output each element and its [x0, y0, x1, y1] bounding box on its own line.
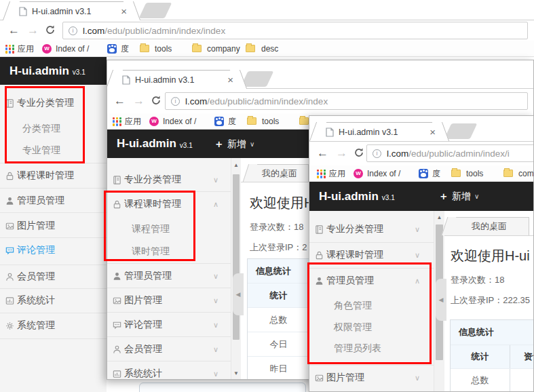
- divider: [107, 312, 231, 313]
- scroll-up-icon[interactable]: ▲: [231, 162, 241, 168]
- apps-icon[interactable]: [317, 170, 326, 178]
- baidu-paw-icon[interactable]: [214, 117, 224, 126]
- table-title-row: 信息统计: [451, 320, 534, 345]
- sidebar-scrollbar[interactable]: ▲ ▼: [231, 158, 241, 380]
- address-bar[interactable]: i l.com/edu/public/admin/index/index: [165, 92, 528, 110]
- sidebar-collapse-handle[interactable]: ◀: [436, 279, 446, 321]
- chevron-down-icon: ∨: [415, 374, 420, 383]
- back-button[interactable]: ←: [114, 95, 126, 106]
- tab-close-icon[interactable]: ×: [121, 6, 127, 16]
- info-icon[interactable]: i: [373, 149, 381, 158]
- bookmark-baidu[interactable]: 度: [121, 43, 129, 54]
- new-tab-button[interactable]: [444, 123, 478, 139]
- user-outline-icon: [112, 345, 122, 355]
- bookmark-tools[interactable]: tools: [155, 44, 172, 54]
- new-tab-button[interactable]: [139, 3, 172, 18]
- bookmark-tools[interactable]: tools: [262, 117, 279, 126]
- forward-button[interactable]: →: [133, 95, 145, 106]
- screenshot-root: H-ui.admin v3.1 × ← → i l.com/edu/public…: [0, 0, 534, 392]
- add-new-button[interactable]: ＋新增∨: [214, 138, 254, 151]
- reload-icon[interactable]: [45, 24, 56, 35]
- forward-button[interactable]: →: [27, 24, 39, 36]
- wamp-icon[interactable]: W: [354, 169, 363, 178]
- apps-icon[interactable]: [113, 117, 121, 126]
- info-icon[interactable]: i: [171, 97, 180, 106]
- brand-version: v3.1: [73, 68, 85, 76]
- bookmark-tools[interactable]: tools: [466, 169, 483, 178]
- forward-button[interactable]: →: [336, 147, 347, 159]
- tab-desktop[interactable]: 我的桌面: [250, 164, 309, 182]
- bookmark-indexof[interactable]: Index of /: [367, 169, 400, 178]
- sidebar-collapse-handle[interactable]: ◀: [233, 273, 244, 315]
- app-header: H-ui.admin v3.1 ＋新增∨: [309, 182, 534, 211]
- bookmark-company[interactable]: company: [207, 44, 240, 54]
- sidebar-item-stats[interactable]: 系统统计 ∨: [107, 362, 231, 380]
- bookmark-indexof[interactable]: Index of /: [163, 117, 196, 126]
- sidebar-item-label: 会员管理: [17, 271, 55, 283]
- divider: [0, 338, 107, 339]
- scroll-up-icon[interactable]: ▲: [434, 214, 444, 220]
- sidebar-item-admin[interactable]: 管理员管理: [0, 189, 107, 212]
- tab-close-icon[interactable]: ×: [227, 75, 233, 85]
- back-button[interactable]: ←: [317, 147, 328, 159]
- sidebar-item-images[interactable]: 图片管理 ∨: [309, 366, 434, 389]
- apps-icon[interactable]: [5, 45, 14, 54]
- sidebar-item-stats[interactable]: 系统统计: [0, 289, 107, 312]
- bookmark-company[interactable]: company: [518, 169, 534, 178]
- brand-logo: H-ui.admin: [9, 64, 69, 78]
- bookmark-apps[interactable]: 应用: [329, 168, 345, 179]
- bookmark-baidu[interactable]: 度: [432, 168, 440, 179]
- back-button[interactable]: ←: [8, 24, 20, 36]
- divider: [309, 242, 434, 243]
- bookmark-baidu[interactable]: 度: [228, 115, 236, 127]
- sidebar-item-members[interactable]: 会员管理 ∨: [107, 338, 231, 361]
- reload-icon[interactable]: [151, 95, 161, 106]
- folder-icon[interactable]: [247, 117, 256, 125]
- login-count: 登录次数：18: [451, 274, 504, 286]
- baidu-paw-icon[interactable]: [419, 169, 428, 178]
- sidebar-item-system[interactable]: 系统管理: [0, 314, 107, 337]
- sidebar-item-category[interactable]: 专业分类管理 ∨: [107, 168, 231, 191]
- folder-icon[interactable]: [192, 45, 202, 52]
- sidebar-item-comments[interactable]: 评论管理: [0, 239, 107, 262]
- browser-tab[interactable]: H-ui.admin v3.1 ×: [115, 70, 237, 89]
- sidebar-item-comments[interactable]: 评论管理 ∨: [107, 313, 231, 336]
- bookmark-apps[interactable]: 应用: [125, 115, 141, 127]
- folder-icon[interactable]: [503, 170, 513, 177]
- folder-icon[interactable]: [451, 170, 461, 177]
- bookmark-indexof[interactable]: Index of /: [56, 44, 89, 54]
- photo-icon: [5, 221, 15, 231]
- folder-icon[interactable]: [140, 45, 149, 52]
- url-path: /edu/public/admin/index/index: [104, 26, 225, 36]
- tab-desktop[interactable]: 我的桌面: [449, 217, 529, 235]
- sidebar-item-category[interactable]: 专业分类管理 ∨: [309, 218, 434, 241]
- address-bar[interactable]: i l.com/edu/public/admin/index/index: [62, 22, 528, 39]
- divider: [0, 237, 107, 238]
- folder-icon[interactable]: [246, 45, 255, 52]
- sidebar-item-images[interactable]: 图片管理 ∨: [107, 289, 231, 312]
- wamp-icon[interactable]: W: [42, 44, 52, 54]
- comment-icon: [5, 246, 15, 256]
- browser-tab[interactable]: H-ui.admin v3.1 ×: [319, 122, 440, 141]
- tab-close-icon[interactable]: ×: [430, 127, 436, 137]
- reload-icon[interactable]: [354, 147, 364, 158]
- baidu-paw-icon[interactable]: [107, 44, 117, 54]
- bookmark-desc[interactable]: desc: [261, 44, 278, 54]
- add-new-button[interactable]: ＋新增∨: [438, 190, 479, 203]
- address-bar[interactable]: i l.com/edu/public/admin/index/i: [366, 144, 534, 162]
- annotation-box-category: [5, 86, 85, 163]
- last-login-ip: 上次登录IP：2: [250, 241, 307, 254]
- sidebar-item-members[interactable]: 会员管理: [0, 265, 107, 288]
- bookmark-apps[interactable]: 应用: [18, 43, 34, 54]
- content-tabbar-line: [444, 235, 534, 236]
- browser-tab[interactable]: H-ui.admin v3.1 ×: [12, 1, 131, 20]
- brand-version: v3.1: [382, 194, 395, 201]
- folder-icon[interactable]: [299, 117, 309, 125]
- info-icon[interactable]: i: [69, 26, 77, 35]
- wamp-icon[interactable]: W: [149, 117, 159, 126]
- gear-icon: [5, 321, 15, 331]
- sidebar-item-images[interactable]: 图片管理: [0, 214, 107, 237]
- scroll-down-icon[interactable]: ▼: [231, 370, 241, 376]
- sidebar-item-admin[interactable]: 管理员管理 ∨: [107, 264, 231, 288]
- sidebar-item-course[interactable]: 课程课时管理: [0, 164, 107, 187]
